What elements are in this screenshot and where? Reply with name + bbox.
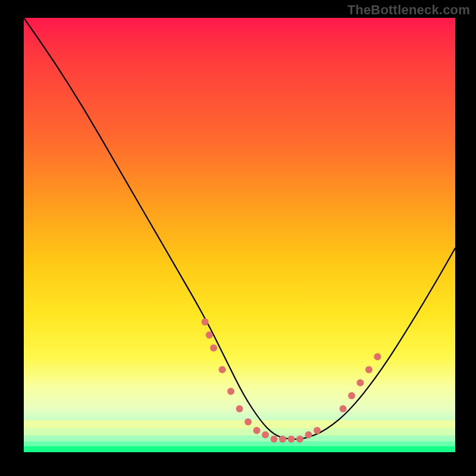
chart-frame: TheBottleneck.com <box>0 0 476 476</box>
highlight-dot <box>271 436 278 443</box>
highlight-dot <box>236 405 243 412</box>
highlight-dot <box>288 436 295 443</box>
highlight-dot <box>219 366 226 373</box>
plot-area <box>24 18 455 452</box>
highlight-dot <box>365 366 372 373</box>
highlight-dot <box>202 318 209 325</box>
highlight-dot <box>227 388 234 395</box>
highlight-dot <box>374 353 381 360</box>
highlight-dot <box>305 431 312 439</box>
highlight-dot <box>206 331 213 339</box>
highlight-dot <box>296 436 303 443</box>
highlight-dot <box>210 345 217 352</box>
highlight-dot <box>314 427 321 434</box>
highlight-dot <box>357 379 364 386</box>
bottleneck-curve <box>24 18 455 439</box>
highlight-dot <box>262 431 269 439</box>
watermark-label: TheBottleneck.com <box>347 2 470 18</box>
highlight-dot <box>348 392 355 399</box>
highlight-dot <box>340 405 347 412</box>
highlight-dot <box>279 436 286 443</box>
highlight-dot <box>253 427 261 434</box>
highlight-dots-group <box>202 318 381 443</box>
highlight-dot <box>245 418 252 425</box>
chart-svg <box>24 18 455 452</box>
